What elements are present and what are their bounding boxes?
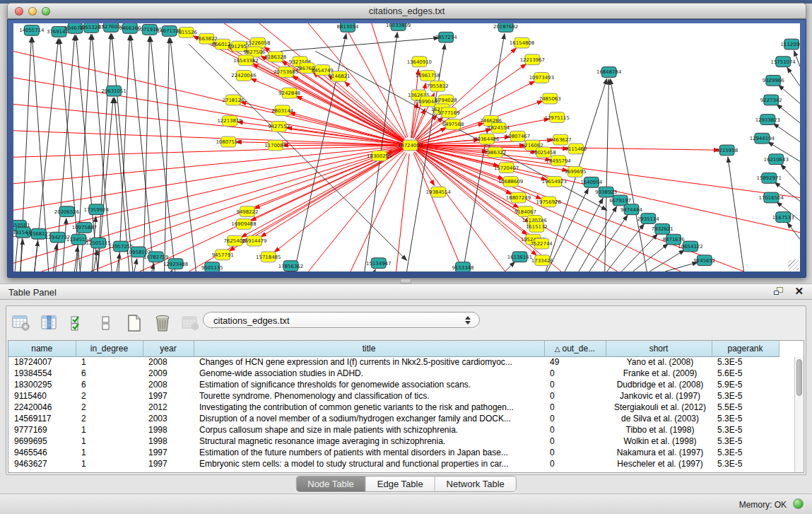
- cell-pagerank[interactable]: 5.3E-5: [712, 390, 779, 402]
- cell-name[interactable]: 9699695: [8, 436, 76, 447]
- cell-out_degree[interactable]: 0: [544, 413, 606, 424]
- cell-in_degree[interactable]: 2: [76, 413, 143, 424]
- cell-in_degree[interactable]: 1: [76, 356, 143, 368]
- panel-divider-grip[interactable]: [400, 279, 411, 284]
- cell-name[interactable]: 18724007: [8, 356, 76, 368]
- table-row[interactable]: 1938455462009Genome-wide association stu…: [8, 368, 779, 379]
- cell-in_degree[interactable]: 1: [76, 458, 143, 469]
- cell-out_degree[interactable]: 0: [544, 379, 606, 390]
- cell-pagerank[interactable]: 5.3E-5: [712, 458, 779, 469]
- cell-short[interactable]: Hescheler et al. (1997): [606, 458, 712, 469]
- table-row[interactable]: 969969511998Structural magnetic resonanc…: [8, 436, 779, 447]
- column-header-year[interactable]: year: [143, 341, 194, 356]
- cell-pagerank[interactable]: 5.3E-5: [712, 447, 779, 458]
- new-table-icon[interactable]: [124, 313, 145, 334]
- graph-edge-red[interactable]: [413, 153, 463, 271]
- graph-edge-black[interactable]: [134, 259, 137, 271]
- graph-edge-black[interactable]: [375, 269, 376, 271]
- tab-edge-table[interactable]: Edge Table: [366, 477, 435, 491]
- cell-name[interactable]: 22420046: [8, 402, 76, 413]
- cell-year[interactable]: 2012: [143, 402, 194, 413]
- cell-year[interactable]: 1998: [143, 436, 194, 447]
- cell-name[interactable]: 9115460: [8, 390, 76, 402]
- table-row[interactable]: 977716911998Corpus callosum shape and si…: [8, 424, 779, 436]
- column-header-short[interactable]: short: [606, 341, 712, 356]
- float-panel-icon[interactable]: [774, 286, 784, 296]
- cell-title[interactable]: Disruption of a novel member of a sodium…: [194, 413, 544, 424]
- column-select-icon[interactable]: [39, 313, 60, 334]
- table-row[interactable]: 2242004622012Investigating the contribut…: [8, 402, 779, 413]
- graph-edge-red[interactable]: [261, 149, 404, 237]
- cell-in_degree[interactable]: 2: [76, 402, 143, 413]
- cell-title[interactable]: Genome-wide association studies in ADHD.: [194, 368, 544, 379]
- table-row[interactable]: 1830029562008Estimation of significance …: [8, 379, 779, 390]
- graph-edge-black[interactable]: [505, 262, 515, 271]
- network-canvas[interactable]: 1872400776155267663822866012489129541522…: [13, 23, 800, 271]
- graph-edge-red[interactable]: [13, 147, 402, 236]
- cell-short[interactable]: Franke et al. (2009): [606, 368, 712, 379]
- cell-pagerank[interactable]: 5.6E-5: [712, 368, 779, 379]
- graph-edge-black[interactable]: [143, 37, 150, 271]
- cell-out_degree[interactable]: 0: [544, 424, 606, 436]
- graph-edge-black[interactable]: [15, 233, 18, 271]
- canvas-resize-grip[interactable]: [788, 259, 799, 270]
- cell-out_degree[interactable]: 0: [544, 447, 606, 458]
- cell-pagerank[interactable]: 5.3E-5: [712, 413, 779, 424]
- graph-edge-red[interactable]: [242, 149, 404, 238]
- graph-edge-black[interactable]: [165, 38, 170, 271]
- cell-name[interactable]: 9463627: [8, 458, 76, 469]
- cell-short[interactable]: Nakamura et al. (1997): [606, 447, 712, 458]
- graph-edge-black[interactable]: [777, 105, 800, 123]
- cell-pagerank[interactable]: 5.3E-5: [712, 424, 779, 436]
- table-settings-icon[interactable]: [11, 313, 32, 334]
- graph-edge-red[interactable]: [274, 150, 404, 252]
- cell-title[interactable]: Estimation of the future numbers of pati…: [194, 447, 544, 458]
- cell-out_degree[interactable]: 0: [544, 436, 606, 447]
- graph-edge-black[interactable]: [787, 223, 800, 240]
- cell-in_degree[interactable]: 6: [76, 379, 143, 390]
- deselect-all-icon[interactable]: [95, 313, 117, 334]
- cell-name[interactable]: 9777169: [8, 424, 76, 436]
- cell-year[interactable]: 1998: [143, 424, 194, 436]
- table-row[interactable]: 911546021997Tourette syndrome. Phenomeno…: [8, 390, 779, 402]
- table-row[interactable]: 946362711997Embryonic stem cells: a mode…: [8, 458, 779, 469]
- cell-pagerank[interactable]: 5.5E-5: [712, 402, 779, 413]
- cell-out_degree[interactable]: 0: [544, 402, 606, 413]
- cell-year[interactable]: 2008: [143, 356, 194, 368]
- cell-title[interactable]: Changes of HCN gene expression and I(f) …: [194, 356, 544, 368]
- graph-edge-black[interactable]: [119, 35, 129, 271]
- cell-out_degree[interactable]: 49: [544, 356, 606, 368]
- table-scrollbar-thumb[interactable]: [796, 359, 802, 396]
- column-header-in_degree[interactable]: in_degree: [76, 341, 143, 356]
- graph-edge-black[interactable]: [170, 38, 196, 271]
- column-header-title[interactable]: title: [194, 341, 544, 356]
- table-row[interactable]: 1872400712008Changes of HCN gene express…: [8, 356, 779, 368]
- table-row[interactable]: 1456911722003Disruption of a novel membe…: [8, 413, 779, 424]
- cell-year[interactable]: 2003: [143, 413, 194, 424]
- cell-out_degree[interactable]: 0: [544, 368, 606, 379]
- cell-pagerank[interactable]: 5.3E-5: [712, 436, 779, 447]
- cell-short[interactable]: Yano et al. (2008): [606, 356, 712, 368]
- graph-edge-black[interactable]: [112, 34, 133, 271]
- graph-edge-red[interactable]: [13, 131, 402, 145]
- cell-in_degree[interactable]: 6: [76, 368, 143, 379]
- table-scrollbar[interactable]: [794, 357, 804, 472]
- graph-edge-red[interactable]: [13, 146, 402, 157]
- cell-out_degree[interactable]: 0: [544, 390, 606, 402]
- tab-network-table[interactable]: Network Table: [435, 477, 516, 491]
- graph-edge-black[interactable]: [728, 157, 743, 271]
- cell-title[interactable]: Tourette syndrome. Phenomenology and cla…: [194, 390, 544, 402]
- graph-edge-black[interactable]: [315, 51, 606, 210]
- cell-out_degree[interactable]: 0: [544, 458, 606, 469]
- cell-name[interactable]: 18300295: [8, 379, 76, 390]
- select-all-icon[interactable]: [67, 313, 88, 334]
- cell-in_degree[interactable]: 1: [76, 424, 143, 436]
- graph-edge-black[interactable]: [649, 250, 684, 271]
- graph-edge-black[interactable]: [632, 244, 668, 271]
- graph-edge-red[interactable]: [236, 142, 403, 146]
- tab-node-table[interactable]: Node Table: [296, 477, 366, 491]
- graph-edge-red[interactable]: [13, 51, 402, 143]
- graph-edge-black[interactable]: [151, 37, 175, 271]
- delete-rows-icon[interactable]: [152, 313, 173, 334]
- cell-short[interactable]: Tibbo et al. (1998): [606, 424, 712, 436]
